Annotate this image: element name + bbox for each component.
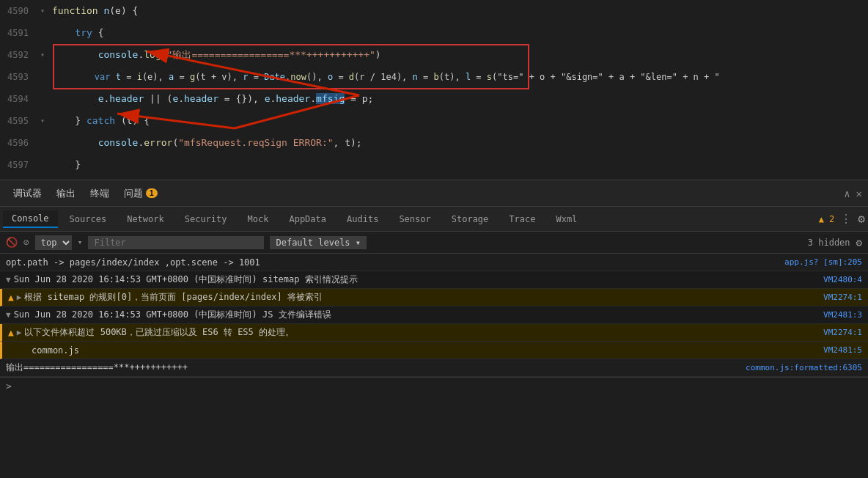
line-number: 4598	[0, 176, 40, 180]
log-source[interactable]: VM2481:3	[823, 310, 862, 320]
expand-icon[interactable]: ▼	[6, 310, 11, 320]
line-number: 4597	[0, 154, 40, 176]
tab-audits[interactable]: Audits	[338, 211, 387, 227]
code-line-4593: 4593 var t = i(e), a = g(t + v), r = Dat…	[0, 66, 868, 88]
close-devtools-icon[interactable]: ✕	[856, 188, 862, 199]
tab-wxml[interactable]: Wxml	[547, 211, 586, 227]
tab-output[interactable]: 输出	[49, 180, 83, 207]
tab-appdata[interactable]: AppData	[280, 211, 335, 227]
log-source[interactable]: VM2481:5	[823, 345, 862, 355]
code-line-4591: 4591 try {	[0, 22, 868, 44]
collapse-devtools-icon[interactable]: ∧	[844, 188, 850, 199]
tab-bar-controls: ∧ ✕	[844, 188, 862, 199]
log-entry-js-error-header[interactable]: ▼ Sun Jun 28 2020 16:14:53 GMT+0800 (中国标…	[0, 306, 868, 324]
collapse-icon[interactable]: ▾	[40, 110, 52, 132]
block-icon[interactable]: 🚫	[6, 237, 18, 248]
console-log-area: opt.path -> pages/index/index ,opt.scene…	[0, 254, 868, 457]
collapse-icon[interactable]: ▾	[40, 44, 52, 66]
code-text: } catch (t) {	[52, 110, 150, 132]
tab-security[interactable]: Security	[176, 211, 236, 227]
warning-icon: ▲	[8, 292, 14, 303]
line-number: 4590	[0, 0, 40, 22]
line-number: 4591	[0, 22, 40, 44]
tab-network[interactable]: Network	[118, 211, 173, 227]
tab-terminal[interactable]: 终端	[83, 180, 117, 207]
console-settings-icon[interactable]: ⚙	[856, 237, 862, 249]
line-number: 4592	[0, 44, 40, 66]
expand-icon[interactable]: ▶	[17, 293, 22, 302]
devtools-panel: 调试器 输出 终端 问题 1 ∧ ✕ Console Sources Netwo…	[0, 180, 868, 478]
code-text: return e;	[52, 176, 127, 180]
log-source[interactable]: VM2274:1	[823, 328, 862, 337]
code-editor: 4590 ▾ function n(e) { 4591 try { 4592 ▾…	[0, 0, 868, 180]
filter-icon[interactable]: ⊘	[23, 237, 29, 248]
line-number: 4594	[0, 88, 40, 110]
tab-debugger[interactable]: 调试器	[6, 180, 49, 207]
collapse-icon[interactable]: ▾	[40, 0, 52, 22]
log-entry-filesize-warning[interactable]: ▲ ▶ 以下文件体积超过 500KB，已跳过压缩以及 ES6 转 ES5 的处理…	[0, 324, 868, 342]
code-line-4590: 4590 ▾ function n(e) {	[0, 0, 868, 22]
tab-sources[interactable]: Sources	[61, 211, 116, 227]
code-line-4597: 4597 }	[0, 154, 868, 176]
line-number: 4595	[0, 110, 40, 132]
code-line-4598: 4598 return e;	[0, 176, 868, 180]
console-nav-bar: Console Sources Network Security Mock Ap…	[0, 207, 868, 232]
code-text: e.header || (e.header = {}), e.header.mf…	[52, 88, 373, 110]
console-input-line[interactable]: >	[0, 377, 868, 394]
log-entry-sitemap-header[interactable]: ▼ Sun Jun 28 2020 16:14:53 GMT+0800 (中国标…	[0, 271, 868, 289]
default-levels-dropdown[interactable]: Default levels ▾	[270, 236, 367, 249]
hidden-count: 3 hidden	[808, 238, 850, 248]
warning-count: ▲ 2	[819, 214, 835, 224]
code-text: var t = i(e), a = g(t + v), r = Date.now…	[52, 66, 720, 88]
settings-icon[interactable]: ⚙	[858, 212, 865, 226]
problems-badge: 1	[146, 188, 158, 198]
code-text: }	[52, 154, 81, 176]
code-text: try {	[52, 22, 103, 44]
code-line-4595: 4595 ▾ } catch (t) {	[0, 110, 868, 132]
warning-icon: ▲	[8, 327, 14, 338]
log-entry-sitemap-warning[interactable]: ▲ ▶ 根据 sitemap 的规则[0]，当前页面 [pages/index/…	[0, 289, 868, 306]
console-prompt-icon: >	[6, 380, 12, 391]
log-text: Sun Jun 28 2020 16:14:53 GMT+0800 (中国标准时…	[14, 309, 823, 321]
more-options-icon[interactable]: ⋮	[840, 212, 852, 226]
code-line-4596: 4596 console.error("mfsRequest.reqSign E…	[0, 132, 868, 154]
log-text: Sun Jun 28 2020 16:14:53 GMT+0800 (中国标准时…	[14, 273, 823, 286]
log-text: 根据 sitemap 的规则[0]，当前页面 [pages/index/inde…	[24, 291, 823, 304]
code-text: console.log("输出=================***+++++…	[52, 44, 381, 66]
tab-trace[interactable]: Trace	[500, 211, 544, 227]
code-text: console.error("mfsRequest.reqSign ERROR:…	[52, 132, 362, 154]
line-number: 4593	[0, 66, 40, 88]
tab-sensor[interactable]: Sensor	[390, 211, 439, 227]
context-selector[interactable]: top	[35, 235, 72, 250]
context-arrow-icon: ▾	[78, 238, 83, 247]
code-line-4592: 4592 ▾ console.log("输出=================*…	[0, 44, 868, 66]
code-line-4594: 4594 e.header || (e.header = {}), e.head…	[0, 88, 868, 110]
expand-icon[interactable]: ▼	[6, 275, 11, 284]
tab-console[interactable]: Console	[3, 210, 58, 228]
expand-icon[interactable]: ▶	[17, 328, 22, 337]
tab-storage[interactable]: Storage	[443, 211, 498, 227]
code-text: function n(e) {	[52, 0, 138, 22]
log-source[interactable]: common.js:formatted:6305	[746, 363, 862, 372]
log-text: opt.path -> pages/index/index ,opt.scene…	[6, 257, 784, 268]
console-filter-bar: 🚫 ⊘ top ▾ Default levels ▾ 3 hidden ⚙	[0, 232, 868, 254]
log-entry-opt-path[interactable]: opt.path -> pages/index/index ,opt.scene…	[0, 254, 868, 271]
tab-problems[interactable]: 问题 1	[117, 180, 165, 207]
tab-mock[interactable]: Mock	[239, 211, 278, 227]
line-number: 4596	[0, 132, 40, 154]
log-entry-common-js[interactable]: common.js VM2481:5	[0, 342, 868, 359]
log-text: common.js	[32, 345, 823, 356]
log-entry-output[interactable]: 输出=================***+++++++++++ common…	[0, 359, 868, 377]
log-source[interactable]: app.js? [sm]:205	[784, 257, 862, 267]
log-text: 以下文件体积超过 500KB，已跳过压缩以及 ES6 转 ES5 的处理。	[24, 326, 823, 339]
log-source[interactable]: VM2480:4	[823, 275, 862, 284]
filter-input[interactable]	[88, 236, 264, 249]
log-source[interactable]: VM2274:1	[823, 293, 862, 302]
log-text: 输出=================***+++++++++++	[6, 361, 746, 374]
devtools-tab-bar: 调试器 输出 终端 问题 1 ∧ ✕	[0, 180, 868, 207]
